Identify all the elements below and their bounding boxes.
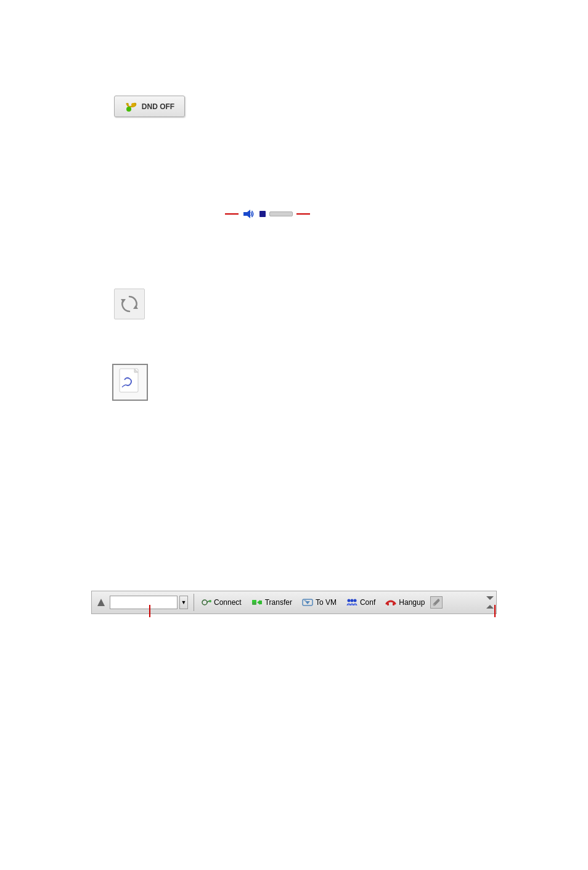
toolbar-left-section: ▼ xyxy=(94,596,190,609)
connect-label: Connect xyxy=(214,598,242,607)
svg-point-20 xyxy=(353,599,356,602)
dnd-label: DND OFF xyxy=(142,102,174,111)
dnd-off-button[interactable]: DND OFF xyxy=(114,96,185,117)
hangup-button[interactable]: Hangup xyxy=(381,596,429,609)
svg-point-19 xyxy=(350,599,353,602)
script-document-icon xyxy=(117,367,143,397)
svg-rect-14 xyxy=(260,601,262,604)
overflow-icon xyxy=(486,596,494,609)
svg-point-18 xyxy=(347,599,350,602)
conf-label: Conf xyxy=(360,598,375,607)
svg-point-9 xyxy=(202,600,207,605)
svg-marker-16 xyxy=(305,601,310,604)
volume-icon[interactable] xyxy=(242,208,256,220)
svg-marker-25 xyxy=(486,605,494,609)
vol-right-line xyxy=(296,213,310,215)
red-cursor-right xyxy=(494,605,496,617)
doc-icon-container[interactable] xyxy=(112,364,148,401)
svg-marker-13 xyxy=(257,600,260,605)
toolbar-overflow[interactable] xyxy=(486,596,494,609)
tovm-label: To VM xyxy=(316,598,337,607)
svg-rect-22 xyxy=(393,603,394,605)
toolbar-input[interactable] xyxy=(110,596,178,609)
tovm-button[interactable]: To VM xyxy=(298,596,341,609)
tovm-icon xyxy=(302,597,313,607)
triangle-button[interactable] xyxy=(94,596,108,609)
loading-icon-container[interactable] xyxy=(114,289,145,319)
vol-left-line xyxy=(225,213,239,215)
phone-icon xyxy=(125,100,138,113)
toolbar-divider-1 xyxy=(194,594,194,611)
refresh-icon xyxy=(120,294,139,314)
red-cursor-left xyxy=(149,605,150,617)
connect-icon xyxy=(202,597,211,607)
toolbar-dropdown[interactable]: ▼ xyxy=(179,596,188,609)
wrench-icon xyxy=(432,598,441,607)
connect-button[interactable]: Connect xyxy=(197,596,246,609)
svg-marker-8 xyxy=(97,599,105,606)
svg-point-0 xyxy=(126,107,131,112)
svg-point-1 xyxy=(131,103,135,107)
vol-slider[interactable] xyxy=(269,211,293,216)
vol-dot xyxy=(259,211,266,217)
svg-marker-4 xyxy=(121,299,126,303)
conf-icon xyxy=(346,597,357,607)
hangup-label: Hangup xyxy=(399,598,425,607)
svg-marker-2 xyxy=(243,210,250,218)
svg-point-23 xyxy=(433,604,435,606)
svg-rect-21 xyxy=(387,603,389,605)
svg-rect-12 xyxy=(252,600,256,602)
settings-button[interactable] xyxy=(430,596,443,609)
transfer-button[interactable]: Transfer xyxy=(247,596,296,609)
svg-marker-24 xyxy=(486,596,494,600)
conf-button[interactable]: Conf xyxy=(342,596,380,609)
transfer-icon xyxy=(251,597,263,607)
svg-marker-3 xyxy=(133,305,138,309)
toolbar: ▼ Connect Transfer To VM xyxy=(91,591,497,614)
svg-point-10 xyxy=(209,600,211,602)
transfer-label: Transfer xyxy=(265,598,292,607)
hangup-icon xyxy=(385,597,396,607)
volume-control xyxy=(225,208,310,220)
